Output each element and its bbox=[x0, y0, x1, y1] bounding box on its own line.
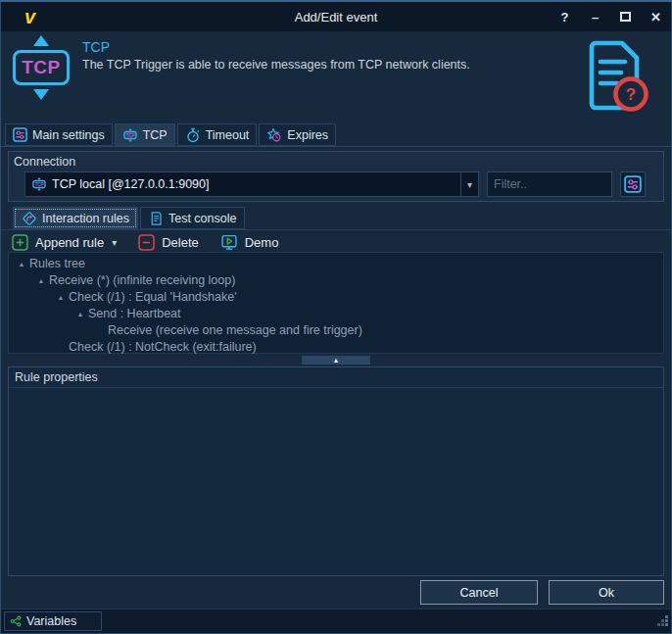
splitter: ▲ bbox=[8, 354, 664, 366]
button-label: Demo bbox=[245, 235, 279, 250]
demo-button[interactable]: Demo bbox=[220, 234, 279, 251]
tree-row[interactable]: ▲ Check (/1) : Equal 'Handshake' bbox=[9, 289, 663, 306]
tcp-trigger-icon: TCP bbox=[12, 35, 71, 100]
tcp-badge: TCP bbox=[13, 50, 70, 85]
tree-item-label: Receive (*) (infinite receiving loop) bbox=[49, 272, 235, 289]
tab-label: Timeout bbox=[206, 128, 250, 142]
append-rule-button[interactable]: Append rule ▾ bbox=[12, 234, 117, 251]
tcp-mini-icon: TCP bbox=[31, 176, 47, 192]
star-clock-icon bbox=[266, 127, 282, 143]
tree-expander-icon[interactable]: ▲ bbox=[33, 272, 49, 289]
tab-frame-line bbox=[1, 146, 671, 147]
sliders-icon bbox=[624, 175, 642, 193]
rules-tab-frame-line bbox=[1, 229, 671, 230]
tree-item-label: Rules tree bbox=[29, 256, 85, 272]
tree-row[interactable]: Receive (receive one message and fire tr… bbox=[9, 322, 663, 339]
page-title: TCP bbox=[82, 39, 110, 55]
svg-text:TCP: TCP bbox=[34, 182, 43, 187]
demo-monitor-icon bbox=[220, 234, 238, 251]
tree-expander-icon[interactable]: ▲ bbox=[14, 256, 29, 272]
stopwatch-icon bbox=[185, 127, 201, 143]
combo-dropdown-arrow-icon[interactable]: ▾ bbox=[460, 172, 478, 196]
arrow-up-icon bbox=[33, 35, 49, 46]
tree-row[interactable]: ▲ Rules tree bbox=[9, 256, 663, 272]
tree-row[interactable]: ▲ Send : Heartbeat bbox=[9, 306, 663, 322]
tab-tcp[interactable]: TCP TCP bbox=[115, 123, 175, 146]
connection-group-label: Connection bbox=[9, 152, 663, 169]
button-label: Variables bbox=[26, 614, 76, 628]
append-dropdown-arrow-icon: ▾ bbox=[112, 237, 117, 248]
help-document-icon: ? bbox=[585, 37, 649, 118]
rule-properties-label: Rule properties bbox=[9, 367, 663, 388]
tab-label: Test console bbox=[168, 212, 236, 225]
tab-interaction-rules[interactable]: Interaction rules bbox=[13, 207, 138, 229]
console-document-icon bbox=[149, 211, 164, 226]
trigger-description: The TCP Trigger is able to receive messa… bbox=[82, 58, 470, 72]
rule-properties-panel: Rule properties bbox=[8, 366, 664, 576]
tab-test-console[interactable]: Test console bbox=[140, 207, 245, 229]
tab-timeout[interactable]: Timeout bbox=[177, 123, 258, 146]
tree-item-label: Receive (receive one message and fire tr… bbox=[108, 322, 362, 339]
tab-label: Expires bbox=[287, 128, 328, 142]
connection-settings-button[interactable] bbox=[620, 171, 646, 197]
dialog-window: v Add/Edit event ? – ✕ TCP TCP The TCP T… bbox=[0, 0, 672, 634]
connection-selected-value: TCP local [@127.0.0.1:9090] bbox=[52, 177, 460, 191]
main-tabbar: Main settings TCP TCP Timeout bbox=[5, 123, 336, 146]
titlebar: v Add/Edit event ? – ✕ bbox=[1, 2, 671, 31]
footer: Cancel Ok bbox=[0, 580, 664, 605]
tree-item-label: Send : Heartbeat bbox=[88, 306, 181, 322]
plus-icon bbox=[12, 234, 28, 251]
splitter-arrow-icon: ▲ bbox=[333, 357, 340, 364]
sliders-icon bbox=[13, 127, 27, 142]
splitter-handle[interactable]: ▲ bbox=[302, 356, 370, 365]
resize-grip[interactable] bbox=[654, 612, 669, 631]
variables-share-icon bbox=[10, 615, 22, 627]
arrow-down-icon bbox=[33, 89, 49, 100]
rules-tree[interactable]: ▲ Rules tree ▲ Receive (*) (infinite rec… bbox=[8, 252, 664, 354]
variables-button[interactable]: Variables bbox=[4, 611, 102, 631]
connection-combobox[interactable]: TCP TCP local [@127.0.0.1:9090] ▾ bbox=[24, 171, 479, 197]
minus-icon bbox=[138, 234, 155, 251]
button-label: Append rule bbox=[35, 235, 104, 250]
rules-tabbar: Interaction rules Test console bbox=[13, 207, 245, 229]
ok-button[interactable]: Ok bbox=[549, 580, 664, 605]
rules-toolbar: Append rule ▾ Delete Demo bbox=[12, 231, 278, 253]
tree-expander-icon[interactable]: ▲ bbox=[72, 306, 88, 322]
statusbar: Variables bbox=[1, 609, 671, 633]
tab-main-settings[interactable]: Main settings bbox=[5, 123, 113, 146]
tree-item-label: Check (/1) : Equal 'Handshake' bbox=[69, 289, 237, 306]
tree-expander-icon[interactable]: ▲ bbox=[53, 289, 69, 306]
cancel-button[interactable]: Cancel bbox=[420, 580, 538, 605]
header: TCP TCP The TCP Trigger is able to recei… bbox=[1, 31, 671, 120]
tcp-mini-icon: TCP bbox=[122, 127, 138, 143]
tab-expires[interactable]: Expires bbox=[259, 123, 336, 146]
tab-label: TCP bbox=[143, 128, 168, 142]
button-label: Delete bbox=[162, 235, 199, 250]
tab-label: Main settings bbox=[32, 128, 105, 142]
tab-label: Interaction rules bbox=[42, 212, 129, 225]
svg-text:TCP: TCP bbox=[125, 133, 134, 138]
delete-button[interactable]: Delete bbox=[138, 234, 199, 251]
connection-group: Connection TCP TCP local [@127.0.0.1:909… bbox=[8, 151, 664, 202]
tree-row[interactable]: ▲ Receive (*) (infinite receiving loop) bbox=[9, 272, 663, 289]
filter-input[interactable] bbox=[487, 171, 612, 197]
interaction-diamond-icon bbox=[22, 211, 37, 226]
svg-text:?: ? bbox=[626, 85, 636, 104]
window-title: Add/Edit event bbox=[1, 10, 671, 24]
